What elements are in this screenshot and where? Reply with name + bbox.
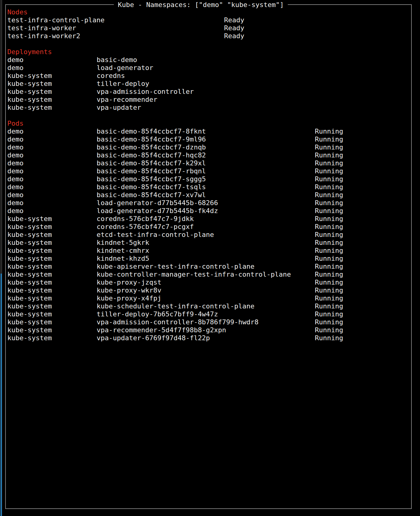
deployment-row: kube-systemvpa-recommender <box>7 96 411 104</box>
blank-row <box>7 40 411 48</box>
namespace-cell: demo <box>7 159 24 167</box>
namespace-cell: demo <box>7 183 24 191</box>
namespace-cell: demo <box>7 56 24 64</box>
namespace-cell: kube-system <box>7 80 52 88</box>
pod-status-cell: Running <box>315 199 343 207</box>
namespace-cell: demo <box>7 135 24 143</box>
deployment-row: kube-systemtiller-deploy <box>7 80 411 88</box>
pod-status-cell: Running <box>315 286 343 294</box>
pod-name-cell: basic-demo-85f4ccbcf7-sggg5 <box>97 175 206 183</box>
pod-name-cell: kube-controller-manager-test-infra-contr… <box>97 271 291 278</box>
pod-name-cell: kube-scheduler-test-infra-control-plane <box>97 302 255 310</box>
pod-status-cell: Running <box>315 215 343 223</box>
namespace-cell: kube-system <box>7 310 52 318</box>
pod-row: demobasic-demo-85f4ccbcf7-dznqbRunning <box>7 143 411 151</box>
namespace-cell: demo <box>7 167 24 175</box>
pod-status-cell: Running <box>315 318 343 326</box>
deployment-row: kube-systemvpa-updater <box>7 104 411 112</box>
pod-row: kube-systemkube-proxy-wkr8vRunning <box>7 286 411 294</box>
pod-row: kube-systemkindnet-5gkrkRunning <box>7 239 411 247</box>
pod-row: kube-systemkube-controller-manager-test-… <box>7 271 411 278</box>
pod-row: kube-systemkube-proxy-jzqstRunning <box>7 278 411 286</box>
node-status-cell: Ready <box>224 32 244 40</box>
pod-status-cell: Running <box>315 326 343 334</box>
namespace-cell: kube-system <box>7 231 52 239</box>
pod-status-cell: Running <box>315 247 343 255</box>
pod-name-cell: kube-proxy-jzqst <box>97 278 161 286</box>
blank-row <box>7 112 411 120</box>
pod-row: demoload-generator-d77b5445b-fk4dzRunnin… <box>7 207 411 215</box>
pod-status-cell: Running <box>315 223 343 231</box>
namespace-cell: kube-system <box>7 318 52 326</box>
pod-row: demoload-generator-d77b5445b-68266Runnin… <box>7 199 411 207</box>
pod-row: kube-systemvpa-admission-controller-8b78… <box>7 318 411 326</box>
kube-dashboard-window: Kube - Namespaces: ["demo" "kube-system"… <box>5 4 412 509</box>
pod-name-cell: basic-demo-85f4ccbcf7-k29xl <box>97 159 206 167</box>
scrollbar-thumb[interactable] <box>1 274 2 516</box>
namespace-cell: kube-system <box>7 215 52 223</box>
pod-name-cell: kube-proxy-wkr8v <box>97 286 161 294</box>
node-status-cell: Ready <box>224 24 244 32</box>
pod-name-cell: kindnet-5gkrk <box>97 239 149 247</box>
deployment-name-cell: vpa-admission-controller <box>97 88 194 96</box>
pod-name-cell: load-generator-d77b5445b-68266 <box>97 199 218 207</box>
namespace-cell: kube-system <box>7 334 52 342</box>
pod-status-cell: Running <box>315 127 343 135</box>
pod-name-cell: kube-proxy-x4fpj <box>97 294 161 302</box>
pod-status-cell: Running <box>315 191 343 199</box>
pod-status-cell: Running <box>315 239 343 247</box>
namespace-cell: kube-system <box>7 104 52 112</box>
window-title: Kube - Namespaces: ["demo" "kube-system"… <box>114 1 288 9</box>
namespace-cell: kube-system <box>7 294 52 302</box>
node-name-cell: test-infra-worker2 <box>7 32 80 40</box>
pod-name-cell: kindnet-cmhrx <box>97 247 149 255</box>
pod-row: kube-systemkube-apiserver-test-infra-con… <box>7 263 411 271</box>
pod-status-cell: Running <box>315 255 343 263</box>
namespace-cell: kube-system <box>7 72 52 80</box>
pod-name-cell: vpa-admission-controller-8b786f799-hwdr8 <box>97 318 259 326</box>
pod-row: demobasic-demo-85f4ccbcf7-tsqlsRunning <box>7 183 411 191</box>
namespace-cell: kube-system <box>7 96 52 104</box>
pod-name-cell: coredns-576cbf47c7-9jdkk <box>97 215 194 223</box>
namespace-cell: demo <box>7 175 24 183</box>
pod-status-cell: Running <box>315 334 343 342</box>
deployment-name-cell: tiller-deploy <box>97 80 149 88</box>
deployment-row: demobasic-demo <box>7 56 411 64</box>
node-status-cell: Ready <box>224 16 244 24</box>
pod-status-cell: Running <box>315 263 343 271</box>
pod-name-cell: etcd-test-infra-control-plane <box>97 231 214 239</box>
namespace-cell: kube-system <box>7 263 52 271</box>
pod-status-cell: Running <box>315 183 343 191</box>
namespace-cell: demo <box>7 191 24 199</box>
pod-row: demobasic-demo-85f4ccbcf7-sggg5Running <box>7 175 411 183</box>
deployment-row: kube-systemvpa-admission-controller <box>7 88 411 96</box>
namespace-cell: kube-system <box>7 239 52 247</box>
pod-status-cell: Running <box>315 302 343 310</box>
node-row: test-infra-control-planeReady <box>7 16 411 24</box>
deployment-name-cell: vpa-recommender <box>97 96 157 104</box>
pod-row: kube-systemtiller-deploy-7b65c7bff9-4w47… <box>7 310 411 318</box>
pod-name-cell: tiller-deploy-7b65c7bff9-4w47z <box>97 310 218 318</box>
namespace-cell: demo <box>7 143 24 151</box>
namespace-cell: demo <box>7 127 24 135</box>
pod-status-cell: Running <box>315 294 343 302</box>
pod-status-cell: Running <box>315 143 343 151</box>
pod-row: demobasic-demo-85f4ccbcf7-k29xlRunning <box>7 159 411 167</box>
pod-name-cell: kindnet-khzd5 <box>97 255 149 263</box>
pod-row: kube-systemvpa-recommender-5d4f7f98b8-g2… <box>7 326 411 334</box>
pod-name-cell: basic-demo-85f4ccbcf7-dznqb <box>97 143 206 151</box>
namespace-cell: kube-system <box>7 247 52 255</box>
namespace-cell: kube-system <box>7 302 52 310</box>
pod-row: kube-systemkube-scheduler-test-infra-con… <box>7 302 411 310</box>
namespace-cell: demo <box>7 199 24 207</box>
deployment-name-cell: coredns <box>97 72 125 80</box>
namespace-cell: kube-system <box>7 223 52 231</box>
pod-name-cell: vpa-updater-6769f97d48-fl22p <box>97 334 210 342</box>
namespace-cell: kube-system <box>7 271 52 278</box>
pod-name-cell: kube-apiserver-test-infra-control-plane <box>97 263 255 271</box>
deployment-name-cell: load-generator <box>97 64 153 72</box>
node-row: test-infra-worker2Ready <box>7 32 411 40</box>
namespace-cell: kube-system <box>7 286 52 294</box>
scrollbar-track[interactable] <box>1 0 2 274</box>
pod-row: demobasic-demo-85f4ccbcf7-9ml96Running <box>7 135 411 143</box>
